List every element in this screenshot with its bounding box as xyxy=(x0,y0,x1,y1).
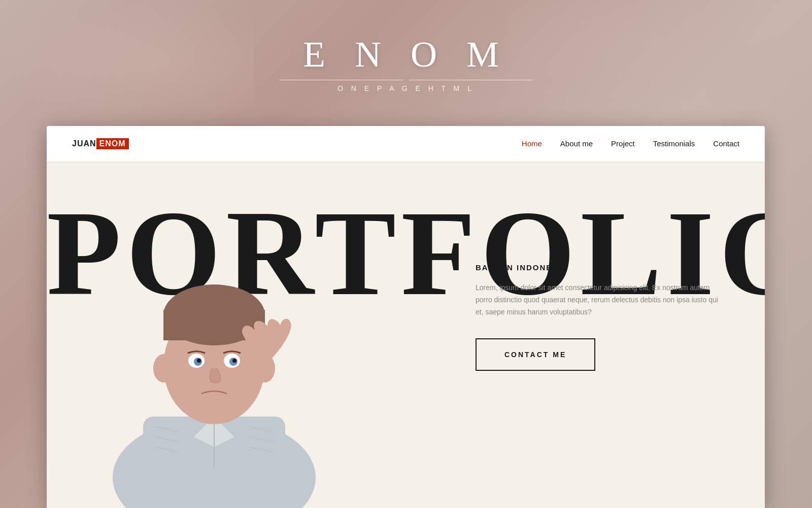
title-divider-left xyxy=(279,80,403,80)
title-divider-right xyxy=(409,80,533,80)
title-divider-wrapper xyxy=(279,80,533,80)
nav-link-contact[interactable]: Contact xyxy=(713,139,739,148)
navbar: JUANENOM Home About me Project Testimoni… xyxy=(47,126,765,162)
person-svg xyxy=(77,193,351,508)
nav-item-testimonials[interactable]: Testimonials xyxy=(653,139,695,148)
nav-links: Home About me Project Testimonials Conta… xyxy=(522,139,739,148)
site-subtitle: O N E P A G E H T M L xyxy=(337,84,475,92)
browser-frame: JUANENOM Home About me Project Testimoni… xyxy=(47,126,765,508)
logo-enom: ENOM xyxy=(96,138,129,149)
nav-link-home[interactable]: Home xyxy=(522,139,542,148)
nav-item-contact[interactable]: Contact xyxy=(713,139,739,148)
hero-section: PORTFOLIO xyxy=(47,162,765,508)
hero-content: BASE IN INDONESIA Lorem, ipsum dolor sit… xyxy=(476,263,724,371)
svg-point-12 xyxy=(232,359,236,363)
svg-point-11 xyxy=(197,359,201,363)
logo: JUANENOM xyxy=(72,138,129,149)
logo-juan: JUAN xyxy=(72,139,96,148)
svg-point-13 xyxy=(153,354,174,383)
hero-description: Lorem, ipsum dolor sit amet consectetur … xyxy=(476,282,724,318)
nav-item-project[interactable]: Project xyxy=(611,139,635,148)
nav-item-about[interactable]: About me xyxy=(560,139,593,148)
nav-link-project[interactable]: Project xyxy=(611,139,635,148)
nav-link-about[interactable]: About me xyxy=(560,139,593,148)
contact-me-button[interactable]: CONTACT ME xyxy=(476,338,595,371)
nav-link-testimonials[interactable]: Testimonials xyxy=(653,139,695,148)
nav-item-home[interactable]: Home xyxy=(522,139,542,148)
hero-location: BASE IN INDONESIA xyxy=(476,263,724,272)
top-section: E N O M O N E P A G E H T M L xyxy=(0,0,812,126)
site-title: E N O M xyxy=(303,34,509,76)
person-image xyxy=(77,193,351,508)
